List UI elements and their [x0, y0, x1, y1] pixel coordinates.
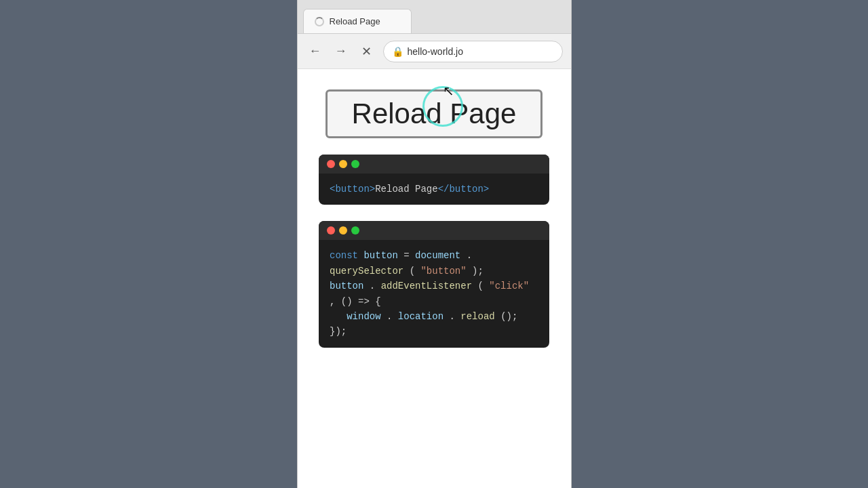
code-line-4: }); — [330, 324, 538, 339]
tab-bar: Reload Page — [298, 0, 571, 34]
forward-button[interactable]: → — [332, 42, 351, 61]
background-left — [0, 0, 298, 488]
bottom-whitespace — [311, 364, 557, 468]
close-button[interactable]: ✕ — [357, 42, 376, 61]
html-code-block: <button>Reload Page</button> — [319, 155, 549, 205]
address-bar[interactable]: 🔒 hello-world.jo — [383, 41, 563, 62]
back-button[interactable]: ← — [306, 42, 325, 61]
code-button-text: Reload Page — [375, 184, 437, 195]
browser-content: Reload Page ↖ <button>Reload Page</butto… — [298, 69, 571, 488]
reload-button-container: Reload Page ↖ — [326, 89, 542, 138]
code-line-2: button . addEventListener ( "click" , ()… — [330, 279, 538, 309]
browser-tab[interactable]: Reload Page — [303, 9, 412, 33]
reload-page-button[interactable]: Reload Page — [326, 89, 542, 138]
background-right — [570, 0, 868, 488]
dot-yellow-1 — [339, 160, 347, 168]
code-line-1: const button = document . querySelector … — [330, 248, 538, 279]
dot-red-2 — [327, 226, 335, 235]
browser-toolbar: ← → ✕ 🔒 hello-world.jo — [298, 34, 571, 69]
url-text: hello-world.jo — [408, 46, 463, 57]
dot-red-1 — [327, 160, 335, 168]
tab-title: Reload Page — [330, 16, 380, 26]
code-titlebar-1 — [319, 155, 549, 174]
dot-green-1 — [351, 160, 359, 168]
code-tag-open: <button> — [330, 184, 375, 195]
tab-spinner — [315, 17, 324, 26]
dot-green-2 — [351, 226, 359, 235]
code-line-3: window . location . reload (); — [330, 309, 538, 324]
browser-window: Reload Page ← → ✕ 🔒 hello-world.jo Reloa… — [297, 0, 572, 488]
code-titlebar-2 — [319, 221, 549, 240]
code-tag-close: </button> — [438, 184, 490, 195]
code-content-2: const button = document . querySelector … — [319, 240, 549, 347]
dot-yellow-2 — [339, 226, 347, 235]
lock-icon: 🔒 — [392, 46, 403, 57]
code-content-1: <button>Reload Page</button> — [319, 174, 549, 205]
js-code-block: const button = document . querySelector … — [319, 221, 549, 347]
